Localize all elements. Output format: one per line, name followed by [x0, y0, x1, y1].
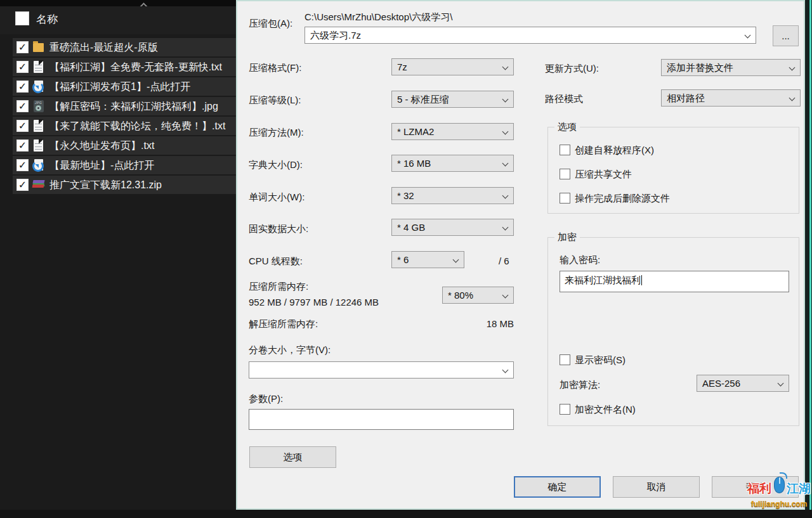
update-mode-combobox[interactable]: 添加并替换文件: [661, 59, 801, 76]
parameters-input[interactable]: [249, 409, 514, 430]
delete-after-checkbox[interactable]: [560, 193, 570, 204]
watermark-text-left: 福利: [747, 481, 771, 497]
method-value: * LZMA2: [397, 126, 434, 137]
archive-file-icon: [32, 178, 45, 191]
select-all-checkbox[interactable]: [15, 11, 29, 25]
word-size-label: 单词大小(W):: [249, 191, 304, 204]
chevron-down-icon[interactable]: [502, 160, 509, 167]
ok-button[interactable]: 确定: [514, 476, 601, 498]
chevron-down-icon[interactable]: [502, 193, 509, 199]
row-checkbox[interactable]: [16, 159, 29, 171]
parameters-label: 参数(P):: [249, 393, 283, 405]
delete-after-checkbox-label[interactable]: 操作完成后删除源文件: [575, 193, 670, 205]
password-value: 来福利江湖找福利: [565, 275, 641, 285]
cancel-button[interactable]: 取消: [613, 476, 700, 498]
file-row[interactable]: 推广文宣下载新12.31.zip: [13, 176, 236, 194]
file-row[interactable]: 重磅流出-最近超火-原版: [13, 38, 236, 56]
name-column-header[interactable]: 名称: [36, 12, 58, 27]
row-checkbox[interactable]: [16, 120, 29, 132]
chevron-down-icon[interactable]: [502, 96, 509, 103]
chevron-down-icon[interactable]: [502, 367, 509, 373]
threads-combobox[interactable]: * 6: [391, 251, 464, 268]
level-combobox[interactable]: 5 - 标准压缩: [391, 91, 514, 108]
chevron-down-icon[interactable]: [502, 292, 509, 299]
solid-size-combobox[interactable]: * 4 GB: [391, 219, 514, 236]
chevron-down-icon[interactable]: [453, 257, 459, 263]
word-size-combobox[interactable]: * 32: [391, 187, 514, 204]
watermark-text-right: 江湖: [787, 481, 811, 497]
row-checkbox[interactable]: [16, 41, 29, 53]
file-name: 【永久地址发布页】.txt: [49, 139, 154, 153]
sfx-checkbox-label[interactable]: 创建自释放程序(X): [575, 145, 654, 157]
archive-name-value: 六级学习.7z: [310, 30, 361, 42]
chevron-down-icon[interactable]: [745, 32, 751, 39]
row-checkbox[interactable]: [16, 100, 29, 112]
chevron-down-icon[interactable]: [789, 95, 796, 101]
file-name: 推广文宣下载新12.31.zip: [49, 179, 162, 192]
options-group-title: 选项: [554, 121, 580, 133]
row-checkbox[interactable]: [16, 139, 29, 152]
memory-percent-combobox[interactable]: * 80%: [442, 287, 514, 304]
file-row[interactable]: 【永久地址发布页】.txt: [13, 136, 236, 155]
dictionary-combobox[interactable]: * 16 MB: [391, 155, 514, 172]
memory-decompress-value: 18 MB: [249, 318, 514, 329]
site-watermark: 福利 江湖 fulijianghu.com: [747, 472, 811, 514]
format-combobox[interactable]: 7z: [391, 58, 514, 75]
format-label: 压缩格式(F):: [249, 62, 301, 74]
panel-top-strip: [0, 0, 238, 6]
threads-value: * 6: [397, 254, 409, 265]
archive-label: 压缩包(A):: [249, 18, 292, 30]
sfx-checkbox[interactable]: [560, 145, 570, 155]
file-name: 重磅流出-最近超火-原版: [49, 41, 158, 55]
solid-size-label: 固实数据大小:: [249, 223, 308, 235]
path-mode-label: 路径模式: [545, 93, 583, 105]
file-row[interactable]: 【来了就能下载的论坛，纯免费！】.txt: [13, 117, 236, 135]
row-checkbox[interactable]: [16, 81, 29, 93]
volume-size-label: 分卷大小，字节(V):: [249, 344, 331, 356]
options-group: 选项 创建自释放程序(X) 压缩共享文件 操作完成后删除源文件: [547, 127, 799, 214]
threads-label: CPU 线程数:: [249, 256, 303, 268]
options-button[interactable]: 选项: [249, 446, 336, 468]
dictionary-value: * 16 MB: [397, 158, 431, 169]
row-checkbox[interactable]: [16, 61, 29, 73]
watermark-domain: fulijianghu.com: [747, 500, 811, 508]
show-password-label[interactable]: 显示密码(S): [575, 354, 625, 366]
volume-size-combobox[interactable]: [249, 361, 514, 379]
archive-name-combobox[interactable]: 六级学习.7z: [304, 27, 756, 44]
chevron-down-icon[interactable]: [502, 224, 509, 231]
encrypt-names-checkbox[interactable]: [560, 404, 570, 415]
shared-files-checkbox[interactable]: [560, 169, 570, 179]
dictionary-label: 字典大小(D):: [249, 159, 303, 171]
file-name: 【福利江湖】全免费-无套路-更新快.txt: [49, 61, 222, 74]
level-label: 压缩等级(L):: [249, 94, 301, 107]
file-list-panel: 名称 重磅流出-最近超火-原版 【福利江湖】全免费-无套路-更新快.txt 【福…: [0, 0, 238, 518]
row-checkbox[interactable]: [16, 179, 29, 191]
image-file-icon: [32, 100, 45, 113]
text-file-icon: [32, 119, 45, 133]
text-file-icon: [32, 139, 45, 152]
memory-compress-label: 压缩所需内存:: [249, 281, 308, 293]
chevron-down-icon[interactable]: [502, 64, 509, 70]
chevron-down-icon[interactable]: [778, 380, 784, 387]
path-mode-value: 相对路径: [667, 93, 705, 105]
password-input[interactable]: 来福利江湖找福利: [560, 271, 789, 292]
file-name: 【福利江湖发布页1】-点此打开: [49, 81, 190, 94]
chevron-down-icon[interactable]: [789, 65, 796, 71]
word-size-value: * 32: [397, 190, 414, 201]
file-row[interactable]: 【福利江湖】全免费-无套路-更新快.txt: [13, 58, 236, 76]
file-row[interactable]: 【解压密码：来福利江湖找福利】.jpg: [13, 97, 236, 115]
path-mode-combobox[interactable]: 相对路径: [661, 89, 801, 107]
file-row[interactable]: 【福利江湖发布页1】-点此打开: [13, 77, 236, 96]
algorithm-combobox[interactable]: AES-256: [697, 375, 789, 392]
mouse-icon: [774, 477, 785, 493]
show-password-checkbox[interactable]: [560, 354, 570, 365]
shared-files-checkbox-label[interactable]: 压缩共享文件: [575, 169, 632, 181]
method-combobox[interactable]: * LZMA2: [391, 123, 514, 140]
browse-button[interactable]: ...: [773, 25, 799, 46]
encrypt-names-label[interactable]: 加密文件名(N): [575, 404, 636, 416]
update-mode-label: 更新方式(U):: [545, 63, 599, 75]
screen: 名称 重磅流出-最近超火-原版 【福利江湖】全免费-无套路-更新快.txt 【福…: [0, 0, 812, 518]
file-row[interactable]: 【最新地址】-点此打开: [13, 156, 236, 174]
level-value: 5 - 标准压缩: [397, 94, 449, 106]
chevron-down-icon[interactable]: [502, 129, 509, 135]
